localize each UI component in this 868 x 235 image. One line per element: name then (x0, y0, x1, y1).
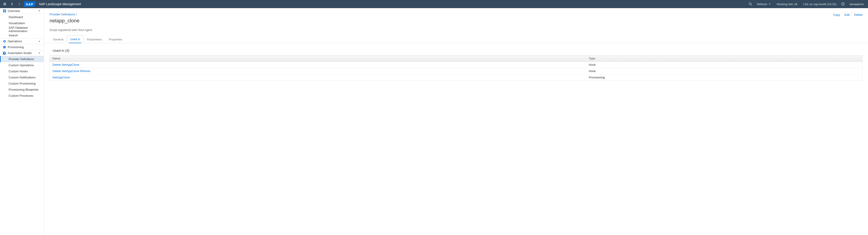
sidebar-item-dbadmin[interactable]: SAP Database Administration (0, 26, 44, 32)
sidebar-item-provider-definitions[interactable]: Provider Definitions (0, 56, 44, 62)
system-info: LN1 on sap-lnx44 (10:32) (801, 1, 839, 7)
sidebar-item-label: Custom Operations (9, 64, 34, 67)
used-in-table: Name Type Delete NetAppClone Hook Delete… (50, 55, 863, 81)
overview-icon (2, 9, 7, 12)
help-icon (841, 2, 845, 6)
provisioning-icon (2, 46, 7, 49)
system-info-label: LN1 on sap-lnx44 (10:32) (803, 2, 837, 6)
sidebar-section-overview[interactable]: Overview (0, 8, 44, 14)
sidebar-item-custom-notifications[interactable]: Custom Notifications (0, 74, 44, 80)
used-in-heading: Used in (3) (44, 43, 868, 55)
chevron-left-icon (10, 2, 14, 6)
page-header: Provider Definitions / netapp_clone Copy… (44, 8, 868, 26)
delete-button[interactable]: Delete (854, 13, 863, 16)
hamburger-icon (3, 2, 6, 6)
page-title: netapp_clone (50, 18, 833, 24)
nav-back-button[interactable] (9, 1, 15, 7)
page-actions: Copy Edit Delete (833, 13, 863, 16)
refresh-label: Refresh (757, 2, 767, 6)
chevron-right-icon (37, 40, 41, 42)
breadcrumb-parent-link[interactable]: Provider Definitions (50, 13, 75, 16)
sidebar-section-operations[interactable]: Operations (0, 38, 44, 44)
sap-logo: SAP (24, 1, 36, 7)
chevron-down-icon (37, 52, 41, 54)
row-type: Hook (586, 62, 863, 68)
refresh-button[interactable]: Refresh (755, 1, 773, 7)
tab-general[interactable]: General (50, 35, 67, 43)
sidebar-item-search[interactable]: Search (0, 32, 44, 38)
sidebar-item-label: Custom Processes (9, 94, 33, 97)
chevron-down-icon (769, 3, 771, 5)
chevron-down-icon (37, 10, 41, 12)
sidebar-item-custom-processes[interactable]: Custom Processes (0, 93, 44, 99)
working-set-selector[interactable]: Working Set: All (774, 1, 800, 7)
row-name-link[interactable]: Delete NetAppClone Refresh (50, 68, 586, 74)
operations-icon (2, 40, 7, 43)
working-set-label: Working Set: All (777, 2, 798, 6)
breadcrumb-separator: / (76, 13, 77, 16)
sidebar-item-label: Search (9, 34, 18, 37)
sidebar-label: Operations (7, 39, 37, 43)
copy-button[interactable]: Copy (833, 13, 840, 16)
app-title: SAP Landscape Management (39, 2, 81, 6)
sidebar-item-label: Dashboard (9, 15, 23, 19)
sidebar-item-custom-operations[interactable]: Custom Operations (0, 62, 44, 68)
sidebar-item-visualization[interactable]: Visualization (0, 20, 44, 26)
row-type: Provisioning (586, 74, 863, 81)
table-row[interactable]: Delete NetAppClone Refresh Hook (50, 68, 863, 74)
top-bar: SAP SAP Landscape Management Refresh Wor… (0, 0, 868, 8)
chevron-right-icon (18, 2, 21, 6)
sidebar-section-automation[interactable]: Automation Studio (0, 50, 44, 56)
sidebar-item-label: Custom Hooks (9, 70, 28, 73)
layout: Overview Dashboard Visualization SAP Dat… (0, 8, 868, 235)
column-type[interactable]: Type (586, 55, 863, 62)
sidebar-item-label: Provider Definitions (9, 57, 34, 61)
tab-used-in[interactable]: Used in (67, 35, 84, 43)
automation-icon (2, 52, 7, 55)
row-name-link[interactable]: NetAppClone (50, 74, 586, 81)
sidebar-section-provisioning[interactable]: Provisioning (0, 44, 44, 50)
row-name-link[interactable]: Delete NetAppClone (50, 62, 586, 68)
sidebar-item-dashboard[interactable]: Dashboard (0, 14, 44, 20)
edit-button[interactable]: Edit (844, 13, 849, 16)
help-button[interactable] (840, 1, 846, 7)
user-menu[interactable]: lamaadmin (847, 1, 866, 7)
tab-bar: General Used in Parameters Properties (44, 35, 868, 43)
sidebar-label: Overview (7, 9, 37, 13)
table-header-row: Name Type (50, 55, 863, 62)
sidebar-item-custom-provisioning[interactable]: Custom Provisioning (0, 80, 44, 87)
sidebar-item-label: Custom Notifications (9, 76, 35, 79)
sidebar-item-label: Provisioning Blueprints (9, 88, 38, 91)
tab-properties[interactable]: Properties (105, 35, 126, 43)
sidebar-item-provisioning-blueprints[interactable]: Provisioning Blueprints (0, 87, 44, 93)
sidebar-item-label: Visualization (9, 22, 25, 25)
menu-button[interactable] (2, 1, 8, 7)
nav-forward-button[interactable] (16, 1, 22, 7)
user-name: lamaadmin (849, 2, 864, 6)
sidebar-item-label: SAP Database Administration (9, 26, 41, 33)
tab-parameters[interactable]: Parameters (84, 35, 105, 43)
table-row[interactable]: NetAppClone Provisioning (50, 74, 863, 81)
page-subtitle: Script registered with Host Agent (44, 26, 868, 35)
sidebar-label: Automation Studio (7, 51, 37, 55)
table-row[interactable]: Delete NetAppClone Hook (50, 62, 863, 68)
search-icon (749, 2, 752, 6)
sidebar-item-label: Custom Provisioning (9, 82, 35, 85)
column-name[interactable]: Name (50, 55, 586, 62)
breadcrumb: Provider Definitions / (50, 13, 833, 16)
sidebar-item-custom-hooks[interactable]: Custom Hooks (0, 68, 44, 74)
sidebar: Overview Dashboard Visualization SAP Dat… (0, 8, 44, 235)
sidebar-label: Provisioning (7, 45, 41, 49)
row-type: Hook (586, 68, 863, 74)
main-content: Provider Definitions / netapp_clone Copy… (44, 8, 868, 235)
search-button[interactable] (747, 1, 753, 7)
